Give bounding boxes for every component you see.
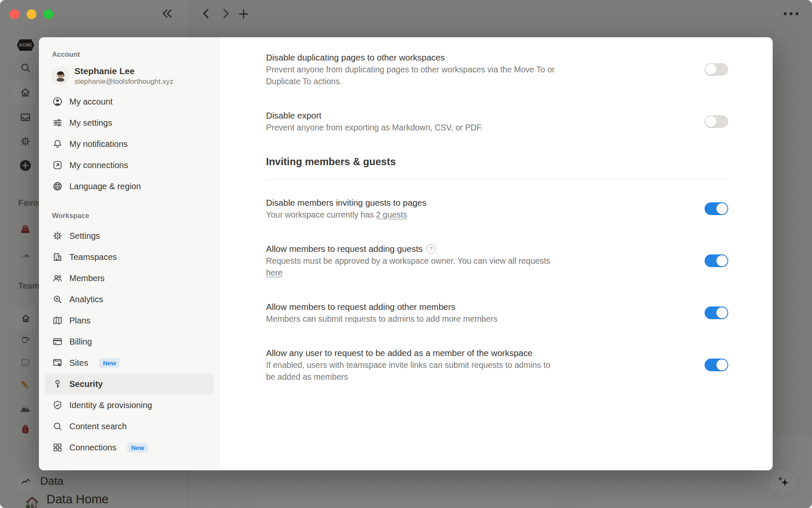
sidebar-item-analytics[interactable]: Analytics — [45, 289, 214, 310]
sidebar-item-content-search[interactable]: Content search — [45, 416, 214, 437]
request-members-toggle[interactable] — [705, 306, 728, 319]
setting-title: Disable members inviting guests to pages — [266, 196, 426, 209]
user-email: stephanie@toolsforthought.xyz — [74, 77, 173, 86]
key-icon — [52, 378, 63, 389]
settings-sidebar: Account Stephanie Lee stephanie@toolsfor… — [39, 37, 220, 470]
setting-disable-guest-invites: Disable members inviting guests to pages… — [266, 196, 728, 221]
any-user-request-toggle[interactable] — [705, 359, 728, 371]
setting-title: Disable duplicating pages to other works… — [266, 51, 555, 64]
avatar — [52, 67, 69, 84]
account-user-row[interactable]: Stephanie Lee stephanie@toolsforthought.… — [45, 64, 214, 88]
guests-count-link[interactable]: 2 guests — [376, 210, 407, 219]
sidebar-item-members[interactable]: Members — [45, 268, 214, 289]
setting-request-members: Allow members to request adding other me… — [266, 301, 728, 325]
setting-title: Allow members to request adding other me… — [266, 301, 497, 313]
window-controls — [10, 9, 53, 19]
setting-title: Disable export — [266, 109, 483, 121]
grid-icon — [52, 442, 63, 453]
sidebar-item-settings[interactable]: Settings — [45, 225, 214, 246]
disable-duplicating-toggle[interactable] — [705, 63, 728, 76]
setting-disable-export: Disable export Prevent anyone from expor… — [266, 109, 728, 133]
magnifier-plus-icon — [52, 294, 63, 305]
setting-disable-duplicating: Disable duplicating pages to other works… — [266, 51, 728, 87]
help-icon[interactable]: ? — [426, 244, 436, 254]
section-divider — [266, 179, 728, 179]
people-icon — [52, 273, 63, 284]
setting-description: Requests must be approved by a workspace… — [266, 255, 550, 267]
request-guests-toggle[interactable] — [705, 254, 728, 267]
map-icon — [52, 315, 63, 326]
sidebar-item-identity-provisioning[interactable]: Identity & provisioning — [45, 395, 214, 416]
minimize-window-button[interactable] — [27, 9, 36, 19]
browser-cursor-icon — [52, 357, 63, 368]
view-requests-link[interactable]: here — [266, 267, 283, 279]
sidebar-item-my-settings[interactable]: My settings — [45, 112, 214, 133]
arrow-out-box-icon — [52, 160, 63, 171]
setting-title: Allow any user to request to be added as… — [266, 347, 550, 359]
sidebar-item-my-connections[interactable]: My connections — [45, 155, 214, 176]
account-section-header: Account — [45, 50, 214, 58]
sidebar-item-plans[interactable]: Plans — [45, 310, 214, 331]
sidebar-item-security[interactable]: Security — [45, 373, 214, 395]
credit-card-icon — [52, 336, 63, 347]
setting-description: Duplicate To actions. — [266, 75, 555, 87]
magnifier-icon — [52, 421, 63, 432]
sliders-icon — [52, 117, 63, 128]
settings-modal: Account Stephanie Lee stephanie@toolsfor… — [39, 37, 773, 470]
bell-icon — [52, 138, 63, 149]
setting-description: Your workspace currently has2 guests — [266, 209, 426, 221]
sidebar-item-language-region[interactable]: Language & region — [45, 176, 214, 197]
sidebar-item-billing[interactable]: Billing — [45, 331, 214, 352]
inviting-section-heading: Inviting members & guests — [266, 155, 728, 168]
security-settings-panel: Disable duplicating pages to other works… — [220, 37, 773, 470]
disable-guest-invites-toggle[interactable] — [705, 202, 728, 215]
setting-description: Prevent anyone from exporting as Markdow… — [266, 121, 483, 133]
setting-request-guests: Allow members to request adding guests? … — [266, 243, 728, 279]
sidebar-item-my-notifications[interactable]: My notifications — [45, 133, 214, 155]
setting-description: If enabled, users with teamspace invite … — [266, 359, 550, 371]
close-window-button[interactable] — [10, 9, 19, 19]
globe-icon — [52, 181, 63, 192]
new-badge: New — [127, 443, 148, 453]
new-badge: New — [99, 358, 120, 368]
setting-description: Prevent anyone from duplicating pages to… — [266, 64, 555, 75]
sidebar-item-teamspaces[interactable]: Teamspaces — [45, 246, 214, 268]
setting-any-user-request: Allow any user to request to be added as… — [266, 347, 728, 383]
user-name: Stephanie Lee — [74, 66, 173, 76]
setting-description: Members can submit requests to admins to… — [266, 313, 497, 325]
sidebar-item-sites[interactable]: Sites New — [45, 352, 214, 373]
sidebar-item-connections[interactable]: Connections New — [45, 437, 214, 458]
sidebar-item-my-account[interactable]: My account — [45, 91, 214, 112]
setting-title: Allow members to request adding guests? — [266, 243, 550, 255]
gear-icon — [52, 230, 63, 241]
person-circle-icon — [52, 96, 63, 107]
building-icon — [52, 251, 63, 262]
zoom-window-button[interactable] — [44, 9, 53, 19]
app-window: ACME Favorites Teamspaces — [0, 0, 812, 508]
setting-description: be added as members — [266, 371, 550, 383]
shield-check-icon — [52, 400, 63, 411]
disable-export-toggle[interactable] — [705, 115, 728, 128]
workspace-section-header: Workspace — [45, 212, 214, 220]
